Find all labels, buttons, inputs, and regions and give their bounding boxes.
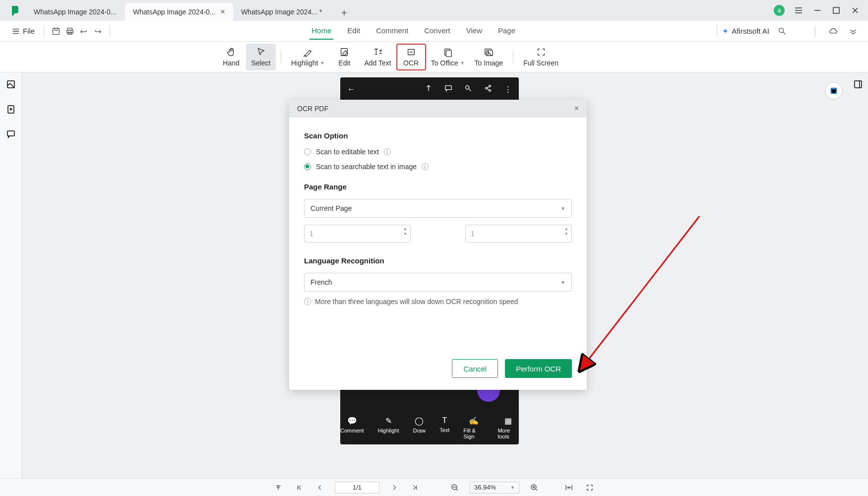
svg-point-5 [779,28,784,32]
spinner-arrows[interactable]: ▲▼ [403,227,407,236]
preview-tool[interactable]: ✎Highlight [378,416,399,439]
zoom-in-icon[interactable] [528,482,540,494]
menu-tab-edit[interactable]: Edit [345,22,362,40]
dialog-footer: Cancel Perform OCR [452,359,572,378]
ocr-icon [406,47,416,57]
hand-tool[interactable]: Hand [216,44,246,70]
ai-button[interactable]: ✦ Afirstsoft AI [722,27,769,36]
search-icon[interactable] [464,84,472,94]
svg-point-21 [486,87,488,89]
select-tool[interactable]: Select [246,44,276,70]
to-image-tool[interactable]: To Image [470,44,508,70]
back-arrow-icon[interactable]: ← [347,85,355,94]
prev-page-icon[interactable] [314,482,326,494]
language-select[interactable]: French ▼ [304,273,572,292]
close-tab-icon[interactable]: × [221,7,225,16]
preview-tool[interactable]: ▦More tools [497,416,519,439]
highlight-icon: ✎ [385,416,392,426]
collapse-ribbon-icon[interactable] [846,24,860,38]
panel-toggle-icon[interactable] [853,79,863,91]
edit-tool[interactable]: Edit [329,44,359,70]
radio-icon [304,163,311,170]
svg-rect-0 [833,7,839,13]
file-menu-button[interactable]: File [8,25,39,37]
redo-icon[interactable] [91,24,105,38]
file-label: File [23,27,35,35]
ocr-dialog: OCR PDF × Scan Option Scan to editable t… [289,100,587,390]
fit-page-icon[interactable] [584,482,596,494]
cloud-icon[interactable] [826,24,840,38]
full-screen-tool[interactable]: Full Screen [518,44,563,70]
word-export-float-button[interactable]: W [825,82,842,99]
scan-editable-radio[interactable]: Scan to editable text i [304,148,572,156]
save-icon[interactable] [49,24,63,38]
first-page-icon[interactable] [293,482,305,494]
search-icon[interactable] [775,24,789,38]
preview-tool[interactable]: TText [439,416,449,439]
zoom-out-icon[interactable] [449,482,461,494]
dialog-close-icon[interactable]: × [574,104,579,113]
radio-label: Scan to editable text [316,148,379,156]
ocr-tool[interactable]: OCR [396,44,426,70]
menu-tab-page[interactable]: Page [496,22,517,40]
ai-label: Afirstsoft AI [732,27,769,35]
range-from-input[interactable]: 1 ▲▼ [304,225,411,243]
perform-ocr-button[interactable]: Perform OCR [505,359,572,378]
menu-tab-home[interactable]: Home [310,22,333,40]
zoom-select[interactable]: 36.94% ▼ [470,482,519,494]
last-page-icon[interactable] [409,482,421,494]
spin-value: 1 [471,230,475,238]
document-tab[interactable]: WhatsApp Image 2024... * [233,3,332,21]
add-text-tool[interactable]: Add Text [359,44,396,70]
comment-icon[interactable] [444,84,452,94]
minimize-icon[interactable] [812,5,822,15]
page-number-input[interactable] [335,482,379,494]
tool-label: To Office [431,59,458,67]
fit-width-icon[interactable] [563,482,575,494]
chevron-down-icon: ▼ [560,206,565,211]
bookmark-add-icon[interactable] [6,104,16,116]
tool-label: Select [251,59,271,67]
right-sidebar [848,72,868,478]
menu-tab-convert[interactable]: Convert [422,22,452,40]
highlight-tool[interactable]: Highlight▼ [286,44,329,70]
add-text-icon [373,47,383,57]
chevron-down-icon: ▼ [510,485,515,490]
scan-option-heading: Scan Option [304,131,572,140]
more-icon[interactable]: ⋮ [504,85,512,94]
document-tab[interactable]: WhatsApp Image 2024-0... [26,3,125,21]
undo-icon[interactable] [77,24,91,38]
spinner-arrows[interactable]: ▲▼ [564,227,568,236]
maximize-icon[interactable] [831,5,841,15]
cancel-button[interactable]: Cancel [452,359,498,378]
svg-point-23 [489,90,491,92]
comment-panel-icon[interactable] [6,129,16,141]
menu-tab-view[interactable]: View [464,22,484,40]
menubar: File Home Edit Comment Convert View Page… [0,21,868,42]
hint-text: More than three languages will slow down… [315,298,518,306]
info-icon[interactable]: i [384,148,391,155]
info-icon[interactable]: i [422,163,429,170]
print-icon[interactable] [63,24,77,38]
to-office-tool[interactable]: To Office▼ [426,44,470,70]
thumbnails-icon[interactable] [6,79,16,91]
scroll-top-icon[interactable] [272,482,284,494]
comment-icon: 💬 [347,416,357,426]
next-page-icon[interactable] [388,482,400,494]
preview-tool[interactable]: ✍Fill & Sign [463,416,484,439]
page-range-select[interactable]: Current Page ▼ [304,199,572,218]
menu-tab-comment[interactable]: Comment [374,22,410,40]
highlighter-icon [303,47,313,57]
main-area: W ← ⋮ 💬Comment ✎Highlight ◯Draw TText ✍F… [0,72,868,478]
preview-tool[interactable]: ◯Draw [413,416,426,439]
add-tab-button[interactable]: + [336,5,352,21]
range-to-input[interactable]: 1 ▲▼ [465,225,572,243]
user-avatar[interactable]: a [774,5,785,16]
annotate-icon[interactable] [425,84,433,94]
hamburger-icon[interactable] [794,5,804,15]
close-window-icon[interactable] [850,5,860,15]
scan-searchable-radio[interactable]: Scan to searchable text in image i [304,163,572,171]
preview-tool[interactable]: 💬Comment [340,416,364,439]
document-tab[interactable]: WhatsApp Image 2024-0... × [125,3,233,21]
share-icon[interactable] [484,84,492,94]
